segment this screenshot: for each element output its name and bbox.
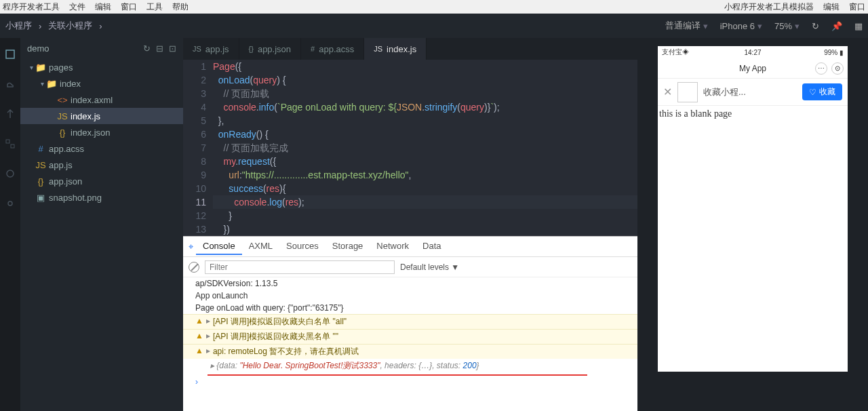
menu-item[interactable]: 窗口 <box>849 1 865 13</box>
phone-frame: 支付宝◈ 14:27 99% ▮ My App ⋯ ⊙ ✕ 收藏小程... ♡ … <box>658 46 848 372</box>
js-icon: JS <box>57 111 68 121</box>
devtools-tab[interactable]: Storage <box>326 238 370 255</box>
main-menubar: 程序开发者工具文件编辑窗口工具帮助 小程序开发者工具模拟器编辑窗口 <box>0 0 868 14</box>
file-tree: ▾📁pages▾📁index<>index.axmlJSindex.js{}in… <box>20 59 183 411</box>
pin-icon[interactable]: 📌 <box>831 21 842 31</box>
menu-item[interactable]: 小程序开发者工具模拟器 <box>724 1 814 13</box>
top-toolbar: 小程序›关联小程序› 普通编译▾ iPhone 6▾ 75%▾ ↻ 📌 ▦ <box>0 14 868 38</box>
svg-point-4 <box>8 201 12 206</box>
locate-file-icon[interactable]: ⊡ <box>169 43 176 54</box>
file-tree-item[interactable]: <>index.axml <box>20 92 183 108</box>
refresh-icon[interactable]: ↻ <box>812 21 819 31</box>
file-tree-item[interactable]: ▣snapshot.png <box>20 189 183 206</box>
menu-item[interactable]: 编辑 <box>823 1 840 13</box>
json-icon: {} <box>57 128 68 138</box>
breadcrumb[interactable]: 小程序 <box>5 20 32 32</box>
breadcrumb[interactable]: 关联小程序 <box>48 20 92 32</box>
devtools-panel: ⌖ ConsoleAXMLSourcesStorageNetworkData D… <box>183 236 637 411</box>
svg-rect-1 <box>6 140 9 143</box>
editor-tab[interactable]: #app.acss <box>301 38 364 60</box>
svg-rect-0 <box>6 50 14 58</box>
editor-tab[interactable]: JSapp.js <box>183 38 239 60</box>
file-tree-item[interactable]: ▾📁index <box>20 75 183 92</box>
favorite-button[interactable]: ♡ 收藏 <box>802 83 842 100</box>
console-line: ▲▸api: remoteLog 暂不支持，请在真机调试 <box>183 344 637 359</box>
zoom-dropdown[interactable]: 75%▾ <box>774 21 800 31</box>
console-output: ap/SDKVersion: 1.13.5App onLaunchPage on… <box>183 277 637 388</box>
favorite-text: 收藏小程... <box>703 86 797 98</box>
console-filter-input[interactable] <box>205 260 395 274</box>
explorer-icon[interactable] <box>5 49 16 60</box>
menu-item[interactable]: 编辑 <box>95 1 111 13</box>
console-line: ▲▸[API 调用]模拟返回收藏夹白名单 "all" <box>183 314 637 329</box>
status-carrier: 支付宝◈ <box>662 47 689 57</box>
json-icon: {} <box>35 176 46 187</box>
folder-icon: 📁 <box>46 79 57 89</box>
file-tree-item[interactable]: {}app.json <box>20 173 183 189</box>
element-picker-icon[interactable]: ⌖ <box>189 241 193 252</box>
editor-tab[interactable]: JSindex.js <box>364 38 427 60</box>
settings-icon[interactable] <box>5 198 16 209</box>
grid-icon[interactable]: ▦ <box>854 21 863 31</box>
css-icon: # <box>35 144 46 154</box>
console-line: Page onLoad with query: {"port":"63175"} <box>183 302 637 314</box>
status-time: 14:27 <box>744 49 761 56</box>
menu-item[interactable]: 帮助 <box>172 1 189 13</box>
file-tree-item[interactable]: JSindex.js <box>20 108 183 124</box>
extensions-icon[interactable] <box>5 138 16 149</box>
devtools-tab[interactable]: Data <box>416 238 448 255</box>
devtools-tab[interactable]: Console <box>196 238 242 255</box>
devtools-tab[interactable]: Sources <box>279 238 326 255</box>
menu-item[interactable]: 程序开发者工具 <box>3 1 60 13</box>
file-tree-item[interactable]: {}index.json <box>20 124 183 140</box>
page-content: this is a blank page <box>658 106 848 122</box>
code-editor[interactable]: 12345678910111213 Page({ onLoad(query) {… <box>183 60 637 236</box>
svg-point-3 <box>7 170 14 177</box>
folder-icon: 📁 <box>35 62 46 73</box>
activity-bar <box>0 38 20 411</box>
close-app-icon[interactable]: ⊙ <box>831 62 844 75</box>
editor-tab[interactable]: {}app.json <box>239 38 302 60</box>
svg-rect-2 <box>11 144 14 148</box>
device-dropdown[interactable]: iPhone 6▾ <box>720 21 762 31</box>
status-battery: 99% ▮ <box>824 49 844 56</box>
cloud-icon[interactable] <box>5 79 16 90</box>
png-icon: ▣ <box>35 193 46 203</box>
devtools-tab[interactable]: Network <box>370 238 416 255</box>
file-tree-item[interactable]: JSapp.js <box>20 157 183 173</box>
compile-mode-dropdown[interactable]: 普通编译▾ <box>665 20 708 32</box>
file-tree-item[interactable]: ▾📁pages <box>20 59 183 75</box>
file-tree-item[interactable]: #app.acss <box>20 140 183 157</box>
app-thumbnail <box>677 82 698 102</box>
console-line: App onLaunch <box>183 290 637 302</box>
project-header: demo ↻ ⊟ ⊡ <box>20 38 183 59</box>
devtools-tab[interactable]: AXML <box>242 238 279 255</box>
refresh-tree-icon[interactable]: ↻ <box>143 43 151 54</box>
app-title: My App <box>739 64 766 73</box>
js-icon: JS <box>35 160 46 170</box>
console-line: ▲▸[API 调用]模拟返回收藏夹黑名单 "" <box>183 329 637 344</box>
close-icon[interactable]: ✕ <box>663 85 672 98</box>
git-icon[interactable] <box>5 109 16 119</box>
menu-item[interactable]: 窗口 <box>121 1 137 13</box>
more-icon[interactable]: ⋯ <box>815 62 827 75</box>
collapse-tree-icon[interactable]: ⊟ <box>156 43 163 54</box>
log-levels-dropdown[interactable]: Default levels ▼ <box>400 262 459 272</box>
console-line: ap/SDKVersion: 1.13.5 <box>183 277 637 290</box>
project-name: demo <box>27 43 143 54</box>
console-line: ▸ {data: "Hello Dear. SpringBootTest!测试3… <box>183 359 637 373</box>
tools-icon[interactable] <box>5 168 16 179</box>
clear-console-icon[interactable] <box>189 262 199 273</box>
menu-item[interactable]: 工具 <box>146 1 163 13</box>
menu-item[interactable]: 文件 <box>69 1 85 13</box>
axml-icon: <> <box>57 95 68 105</box>
simulator-pane: 支付宝◈ 14:27 99% ▮ My App ⋯ ⊙ ✕ 收藏小程... ♡ … <box>637 38 868 411</box>
editor-tabs: JSapp.js{}app.json#app.acssJSindex.js <box>183 38 637 60</box>
